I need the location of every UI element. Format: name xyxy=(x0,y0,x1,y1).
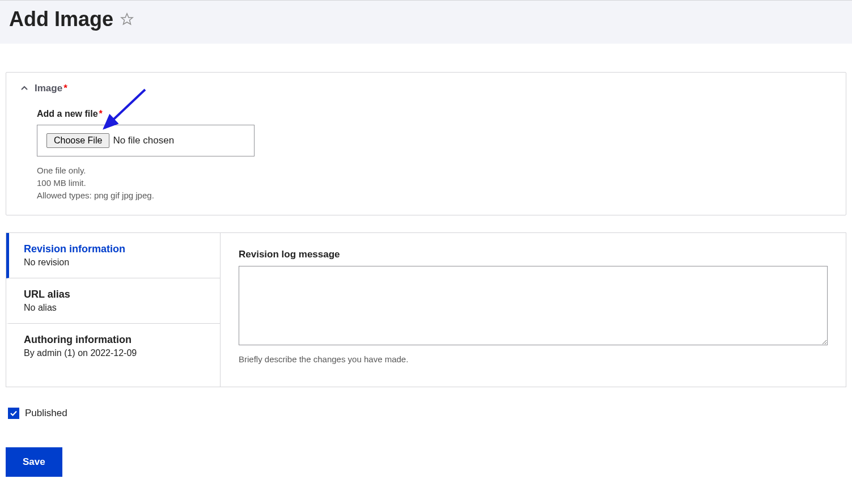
image-legend-text: Image xyxy=(35,83,62,94)
save-button[interactable]: Save xyxy=(6,447,62,477)
page-header: Add Image xyxy=(0,0,852,44)
image-legend: Image* xyxy=(35,83,67,94)
tab-title: URL alias xyxy=(24,289,205,300)
choose-file-button[interactable]: Choose File xyxy=(46,133,109,148)
image-fieldset-header[interactable]: Image* xyxy=(20,83,832,94)
published-label: Published xyxy=(25,408,67,419)
tab-subtitle: By admin (1) on 2022-12-09 xyxy=(24,348,205,358)
content-area: Image* Add a new file* Choose File No fi… xyxy=(0,44,852,482)
file-help-text: One file only. 100 MB limit. Allowed typ… xyxy=(37,164,832,201)
svg-marker-0 xyxy=(121,14,133,24)
page-title: Add Image xyxy=(9,7,113,31)
tab-revision-information[interactable]: Revision information No revision xyxy=(6,233,220,278)
help-line-1: One file only. xyxy=(37,164,832,177)
add-file-label-text: Add a new file xyxy=(37,109,98,118)
revision-log-help: Briefly describe the changes you have ma… xyxy=(239,354,828,364)
tab-subtitle: No revision xyxy=(24,257,205,268)
add-file-label: Add a new file* xyxy=(37,109,832,119)
published-checkbox-row[interactable]: Published xyxy=(6,404,846,422)
star-icon[interactable] xyxy=(120,12,134,26)
tab-panel-revision: Revision log message Briefly describe th… xyxy=(221,233,846,387)
tab-subtitle: No alias xyxy=(24,303,205,313)
tab-title: Revision information xyxy=(24,243,205,255)
required-marker: * xyxy=(63,83,67,94)
revision-log-textarea[interactable] xyxy=(239,266,828,345)
tabs-sidebar: Revision information No revision URL ali… xyxy=(6,233,221,387)
revision-log-label: Revision log message xyxy=(239,249,828,260)
tab-url-alias[interactable]: URL alias No alias xyxy=(6,278,220,324)
published-checkbox[interactable] xyxy=(8,408,19,419)
vertical-tabs: Revision information No revision URL ali… xyxy=(6,232,846,387)
tab-title: Authoring information xyxy=(24,334,205,346)
required-marker: * xyxy=(99,109,103,118)
chevron-up-icon xyxy=(20,84,29,93)
help-line-2: 100 MB limit. xyxy=(37,177,832,189)
file-status-text: No file chosen xyxy=(113,135,174,146)
add-file-field: Add a new file* Choose File No file chos… xyxy=(37,109,832,201)
tab-authoring-information[interactable]: Authoring information By admin (1) on 20… xyxy=(6,324,220,369)
help-line-3: Allowed types: png gif jpg jpeg. xyxy=(37,189,832,202)
file-input-box[interactable]: Choose File No file chosen xyxy=(37,125,255,156)
checkmark-icon xyxy=(10,409,18,417)
image-fieldset: Image* Add a new file* Choose File No fi… xyxy=(6,72,846,215)
